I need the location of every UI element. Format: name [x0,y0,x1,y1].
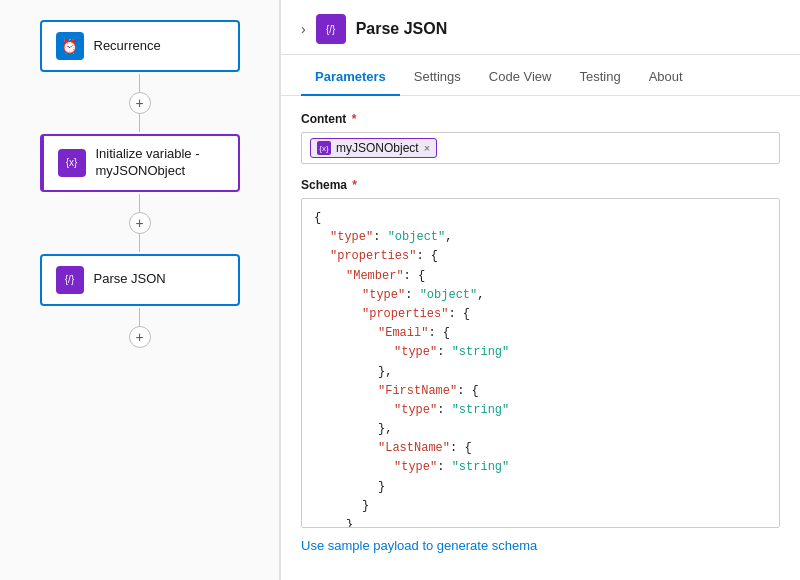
json-line: }, [378,363,767,382]
token-close-button[interactable]: × [424,142,430,154]
json-line: "properties": { [362,305,767,324]
token-label: myJSONObject [336,141,419,155]
connector-3: + [129,308,151,348]
json-line: "Member": { [346,267,767,286]
json-line: "FirstName": { [378,382,767,401]
panel-header: › {/} Parse JSON [281,0,800,55]
connector-1: + [129,74,151,132]
tab-about[interactable]: About [635,59,697,96]
parse-json-node[interactable]: {/} Parse JSON [40,254,240,306]
panel-content: Content * {x} myJSONObject × Schema * {"… [281,96,800,580]
json-line: "Email": { [378,324,767,343]
add-step-button-3[interactable]: + [129,326,151,348]
json-line: } [346,516,767,528]
sample-payload-link[interactable]: Use sample payload to generate schema [301,538,537,553]
schema-label: Schema * [301,178,780,192]
json-line: "type": "string" [394,401,767,420]
json-line: "type": "string" [394,343,767,362]
json-line: { [314,209,767,228]
panel-header-icon: {/} [316,14,346,44]
json-line: } [378,478,767,497]
connector-2: + [129,194,151,252]
connector-line-2 [139,114,140,132]
initialize-variable-icon: {x} [58,149,86,177]
json-line: }, [378,420,767,439]
tab-code-view[interactable]: Code View [475,59,566,96]
token-icon: {x} [317,141,331,155]
parse-json-icon: {/} [56,266,84,294]
recurrence-node[interactable]: ⏰ Recurrence [40,20,240,72]
recurrence-label: Recurrence [94,38,161,55]
panel-title: Parse JSON [356,20,448,38]
collapse-chevron[interactable]: › [301,21,306,37]
connector-line-3 [139,194,140,212]
json-content: {"type": "object","properties": {"Member… [314,209,767,528]
left-panel: ⏰ Recurrence + {x} Initialize variable -… [0,0,280,580]
connector-line-4 [139,234,140,252]
json-line: "type": "object", [330,228,767,247]
parse-json-label: Parse JSON [94,271,166,288]
json-line: } [362,497,767,516]
right-panel: › {/} Parse JSON Parameters Settings Cod… [281,0,800,580]
json-line: "type": "string" [394,458,767,477]
json-line: "type": "object", [362,286,767,305]
tabs-bar: Parameters Settings Code View Testing Ab… [281,59,800,96]
content-token-box[interactable]: {x} myJSONObject × [301,132,780,164]
add-step-button-1[interactable]: + [129,92,151,114]
initialize-variable-label: Initialize variable - myJSONObject [96,146,224,180]
initialize-variable-node[interactable]: {x} Initialize variable - myJSONObject [40,134,240,192]
content-label: Content * [301,112,780,126]
tab-testing[interactable]: Testing [565,59,634,96]
connector-line [139,74,140,92]
schema-editor[interactable]: {"type": "object","properties": {"Member… [301,198,780,528]
connector-line-5 [139,308,140,326]
json-line: "properties": { [330,247,767,266]
recurrence-icon: ⏰ [56,32,84,60]
json-line: "LastName": { [378,439,767,458]
tab-settings[interactable]: Settings [400,59,475,96]
tab-parameters[interactable]: Parameters [301,59,400,96]
add-step-button-2[interactable]: + [129,212,151,234]
content-token[interactable]: {x} myJSONObject × [310,138,437,158]
